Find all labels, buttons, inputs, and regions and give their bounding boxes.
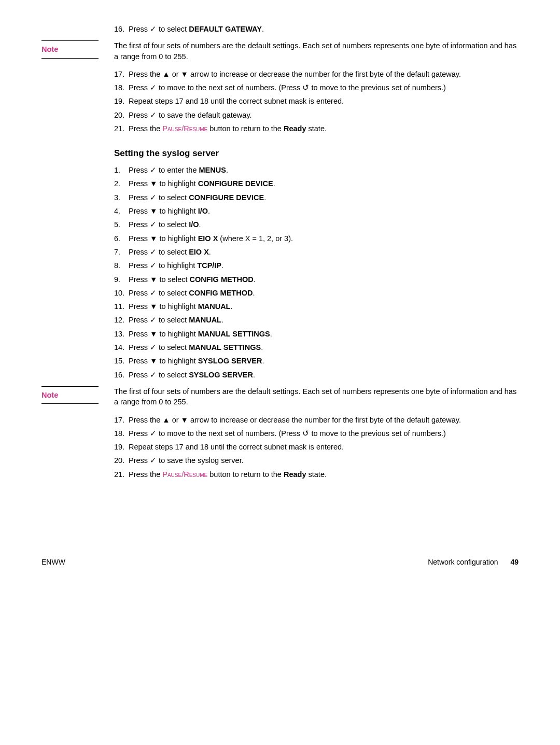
down-icon: ▼ bbox=[150, 329, 157, 339]
bold-text: Ready bbox=[284, 124, 306, 133]
step-text: Press the ▲ or ▼ arrow to increase or de… bbox=[129, 415, 519, 425]
text: to select bbox=[157, 343, 189, 352]
text: to save the syslog server. bbox=[157, 456, 244, 465]
text: . bbox=[208, 207, 210, 215]
step: 20.Press ✓ to save the default gateway. bbox=[114, 110, 519, 120]
bold-text: CONFIGURE DEVICE bbox=[198, 179, 273, 188]
text: to select bbox=[157, 25, 189, 33]
footer-right: Network configuration 49 bbox=[428, 557, 519, 568]
text: Press bbox=[129, 289, 150, 297]
step-text: Press ▼ to highlight EIO X (where X = 1,… bbox=[129, 233, 519, 244]
step-text: Repeat steps 17 and 18 until the correct… bbox=[129, 96, 519, 106]
step-num: 12. bbox=[114, 315, 129, 325]
step-num: 11. bbox=[114, 301, 129, 312]
bold-text: MANUAL bbox=[198, 302, 231, 311]
step: 8.Press ✓ to highlight TCP/IP. bbox=[114, 260, 519, 271]
step-num: 14. bbox=[114, 342, 129, 353]
step-text: Repeat steps 17 and 18 until the correct… bbox=[129, 442, 519, 452]
bold-text: Ready bbox=[284, 470, 306, 479]
step: 16.Press ✓ to select SYSLOG SERVER. bbox=[114, 370, 519, 380]
text: . bbox=[221, 316, 223, 324]
text: Press bbox=[129, 234, 150, 243]
up-icon: ▲ bbox=[162, 69, 170, 79]
text: . bbox=[199, 220, 201, 229]
text: state. bbox=[306, 124, 327, 133]
text: . bbox=[262, 357, 264, 365]
text: to select bbox=[157, 316, 189, 324]
text: to select bbox=[157, 220, 189, 229]
check-icon: ✓ bbox=[150, 315, 157, 325]
up-icon: ▲ bbox=[162, 415, 170, 425]
check-icon: ✓ bbox=[150, 24, 157, 34]
step-text: Press the ▲ or ▼ arrow to increase or de… bbox=[129, 69, 519, 79]
step: 18.Press ✓ to move to the next set of nu… bbox=[114, 428, 519, 439]
check-icon: ✓ bbox=[150, 260, 157, 271]
page-number: 49 bbox=[510, 558, 519, 566]
down-icon: ▼ bbox=[150, 233, 157, 244]
text: Press bbox=[129, 371, 150, 379]
step-num: 17. bbox=[114, 69, 129, 79]
text: . bbox=[273, 179, 275, 188]
bold-text: SYSLOG SERVER bbox=[189, 371, 253, 379]
step: 18.Press ✓ to move to the next set of nu… bbox=[114, 82, 519, 93]
bold-text: MANUAL SETTINGS bbox=[198, 330, 270, 338]
bold-text: SYSLOG SERVER bbox=[198, 357, 262, 365]
bold-text: I/O bbox=[198, 207, 208, 215]
step-text: Press ✓ to select CONFIGURE DEVICE. bbox=[129, 192, 519, 203]
step-num: 20. bbox=[114, 455, 129, 466]
step: 16. Press ✓ to select DEFAULT GATEWAY. bbox=[114, 24, 519, 34]
text: . bbox=[270, 330, 272, 338]
text: Press bbox=[129, 316, 150, 324]
text: to highlight bbox=[157, 357, 198, 365]
text: to move to the previous set of numbers.) bbox=[309, 429, 446, 438]
text: to select bbox=[157, 289, 189, 297]
text: to highlight bbox=[157, 207, 198, 215]
step: 11.Press ▼ to highlight MANUAL. bbox=[114, 301, 519, 312]
text: to highlight bbox=[157, 179, 198, 188]
step-text: Press ✓ to select CONFIG METHOD. bbox=[129, 288, 519, 298]
step-num: 21. bbox=[114, 469, 129, 480]
text: to highlight bbox=[157, 330, 198, 338]
step-num: 7. bbox=[114, 247, 129, 257]
step-text: Press ▼ to highlight CONFIGURE DEVICE. bbox=[129, 178, 519, 189]
text: to select bbox=[157, 193, 189, 202]
text: Press bbox=[129, 179, 150, 188]
text: Press bbox=[129, 83, 150, 92]
text: to enter the bbox=[157, 166, 199, 174]
text: Press the bbox=[129, 70, 162, 78]
text: Press bbox=[129, 302, 150, 311]
text: state. bbox=[306, 470, 327, 479]
down-icon: ▼ bbox=[150, 274, 157, 285]
note-block: Note The first of four sets of numbers a… bbox=[41, 386, 519, 407]
step-num: 20. bbox=[114, 110, 129, 120]
bold-text: MANUAL bbox=[189, 316, 221, 324]
step: 21.Press the Pause/Resume button to retu… bbox=[114, 469, 519, 480]
step-text: Press ▼ to highlight MANUAL. bbox=[129, 301, 519, 312]
text: Press bbox=[129, 429, 150, 438]
step-num: 3. bbox=[114, 192, 129, 203]
step-num: 19. bbox=[114, 96, 129, 106]
footer-left: ENWW bbox=[41, 557, 65, 568]
text: Press the bbox=[129, 470, 162, 479]
text: arrow to increase or decrease the number… bbox=[188, 416, 461, 424]
step-text: Press the Pause/Resume button to return … bbox=[129, 123, 519, 134]
text: . bbox=[253, 371, 255, 379]
step-num: 18. bbox=[114, 82, 129, 93]
down-icon: ▼ bbox=[150, 301, 157, 312]
step-num: 5. bbox=[114, 219, 129, 230]
check-icon: ✓ bbox=[150, 428, 157, 439]
check-icon: ✓ bbox=[150, 192, 157, 203]
text: . bbox=[221, 261, 223, 270]
step-num: 21. bbox=[114, 123, 129, 134]
step-text: Press ✓ to select MANUAL SETTINGS. bbox=[129, 342, 519, 353]
text: or bbox=[170, 416, 181, 424]
step-num: 16. bbox=[114, 370, 129, 380]
down-icon: ▼ bbox=[150, 206, 157, 216]
text: to select bbox=[157, 371, 189, 379]
bold-text: EIO X bbox=[189, 248, 209, 256]
down-icon: ▼ bbox=[181, 69, 188, 79]
pause-resume-label: Pause/Resume bbox=[162, 124, 207, 133]
step: 2.Press ▼ to highlight CONFIGURE DEVICE. bbox=[114, 178, 519, 189]
text: Press bbox=[129, 207, 150, 215]
step-num: 15. bbox=[114, 356, 129, 366]
